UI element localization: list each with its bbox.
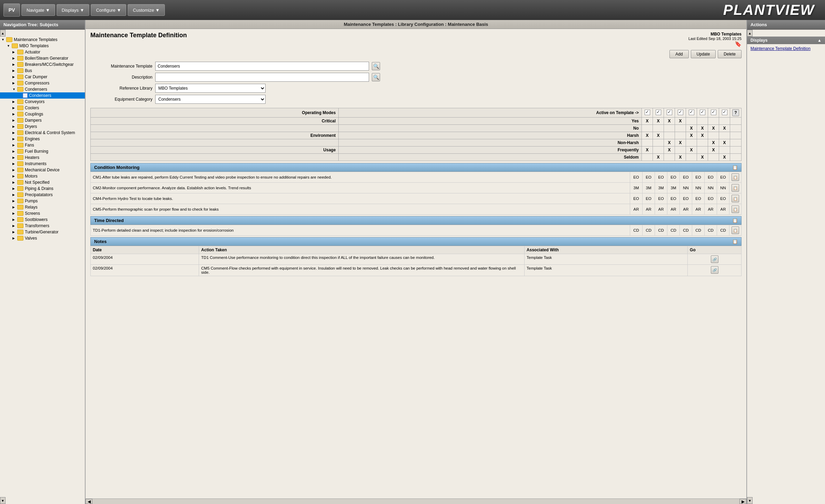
sidebar-item-1[interactable]: ▼MBO Templates [0, 43, 85, 49]
template-input[interactable] [155, 62, 369, 71]
sidebar-item-10[interactable]: ▶Conveyors [0, 99, 85, 105]
tree-expand-22[interactable]: ▶ [12, 174, 17, 178]
sidebar-item-15[interactable]: ▶Electrical & Control System [0, 130, 85, 136]
sidebar-item-16[interactable]: ▶Engines [0, 136, 85, 142]
cb-5[interactable] [686, 108, 697, 118]
scroll-right[interactable]: ▶ [739, 499, 746, 504]
sidebar-item-18[interactable]: ▶Fuel Burning [0, 148, 85, 154]
tree-expand-3[interactable]: ▶ [12, 57, 17, 60]
scroll-track[interactable] [92, 499, 739, 504]
customize-button[interactable]: Customize ▼ [128, 4, 165, 16]
eq-category-select[interactable]: Condensers [155, 95, 266, 104]
sidebar-item-12[interactable]: ▶Couplings [0, 111, 85, 117]
sidebar-scroll-up[interactable]: ▲ [0, 30, 6, 37]
sidebar-item-5[interactable]: ▶Bus [0, 68, 85, 74]
sidebar-item-31[interactable]: ▶Turbine/Generator [0, 229, 85, 235]
sidebar-item-25[interactable]: ▶Precipatatators [0, 192, 85, 198]
sidebar-item-29[interactable]: ▶Sootblowers [0, 216, 85, 223]
sidebar-item-27[interactable]: ▶Relays [0, 204, 85, 210]
tree-expand-27[interactable]: ▶ [12, 205, 17, 209]
tree-expand-15[interactable]: ▶ [12, 131, 17, 134]
tree-expand-13[interactable]: ▶ [12, 119, 17, 122]
tree-expand-23[interactable]: ▶ [12, 181, 17, 184]
tree-expand-2[interactable]: ▶ [12, 50, 17, 54]
add-button[interactable]: Add [669, 50, 688, 58]
logo-button[interactable]: PV [3, 3, 20, 17]
cm-add-icon[interactable]: 📋 [732, 165, 738, 170]
cm-edit-2[interactable]: 📋 [732, 195, 739, 202]
tree-expand-18[interactable]: ▶ [12, 150, 17, 153]
sidebar-item-13[interactable]: ▶Dampers [0, 117, 85, 123]
sidebar-scroll-down[interactable]: ▼ [0, 497, 6, 504]
tree-expand-12[interactable]: ▶ [12, 112, 17, 116]
sidebar-item-28[interactable]: ▶Screens [0, 210, 85, 216]
actions-scroll-down[interactable]: ▼ [747, 497, 753, 504]
tree-expand-16[interactable]: ▶ [12, 137, 17, 141]
cb-3[interactable] [664, 108, 675, 118]
tree-expand-24[interactable]: ▶ [12, 187, 17, 190]
tree-expand-19[interactable]: ▶ [12, 156, 17, 159]
tree-expand-30[interactable]: ▶ [12, 224, 17, 228]
tree-expand-8[interactable]: ▼ [12, 88, 17, 91]
tree-expand-31[interactable]: ▶ [12, 230, 17, 234]
sidebar-item-11[interactable]: ▶Coolers [0, 105, 85, 111]
sidebar-item-22[interactable]: ▶Motors [0, 173, 85, 179]
mbo-icon[interactable]: 🔖 [735, 41, 742, 47]
actions-item-mt-def[interactable]: Maintenance Template Definition [747, 44, 825, 53]
help-cb[interactable]: ? [730, 108, 742, 118]
cm-edit-3[interactable]: 📋 [732, 205, 739, 213]
scroll-left[interactable]: ◀ [86, 499, 92, 504]
tree-expand-7[interactable]: ▶ [12, 81, 17, 85]
sidebar-item-14[interactable]: ▶Dryers [0, 123, 85, 130]
tree-expand-14[interactable]: ▶ [12, 125, 17, 128]
cb-2[interactable] [653, 108, 664, 118]
tree-expand-5[interactable]: ▶ [12, 69, 17, 72]
delete-button[interactable]: Delete [718, 50, 742, 58]
update-button[interactable]: Update [691, 50, 716, 58]
sidebar-item-9[interactable]: Condensers [0, 92, 85, 99]
sidebar-item-7[interactable]: ▶Compressors [0, 80, 85, 86]
tree-expand-26[interactable]: ▶ [12, 199, 17, 203]
tree-expand-28[interactable]: ▶ [12, 212, 17, 215]
tree-expand-4[interactable]: ▶ [12, 63, 17, 66]
tree-expand-0[interactable]: ▼ [1, 38, 6, 41]
td-edit-0[interactable]: 📋 [732, 226, 739, 234]
sidebar-item-30[interactable]: ▶Transformers [0, 223, 85, 229]
description-input[interactable] [155, 73, 369, 82]
sidebar-item-0[interactable]: ▼Maintenance Templates [0, 37, 85, 43]
navigate-button[interactable]: Navigate ▼ [21, 4, 55, 16]
sidebar-item-23[interactable]: ▶Not Specified [0, 179, 85, 185]
cb-1[interactable] [642, 108, 653, 118]
ref-library-select[interactable]: MBO Templates [155, 84, 266, 93]
cb-8[interactable] [719, 108, 730, 118]
displays-button[interactable]: Displays ▼ [57, 4, 90, 16]
sidebar-item-20[interactable]: ▶Instruments [0, 161, 85, 167]
configure-button[interactable]: Configure ▼ [91, 4, 126, 16]
cb-6[interactable] [697, 108, 708, 118]
notes-add-icon[interactable]: 📋 [732, 239, 738, 244]
tree-expand-20[interactable]: ▶ [12, 162, 17, 165]
tree-expand-21[interactable]: ▶ [12, 168, 17, 172]
notes-go-1[interactable]: 🔗 [711, 266, 718, 274]
tree-expand-1[interactable]: ▼ [7, 44, 12, 48]
tree-expand-11[interactable]: ▶ [12, 106, 17, 110]
cb-7[interactable] [708, 108, 719, 118]
bottom-scrollbar[interactable]: ◀ ▶ [86, 498, 746, 504]
tree-expand-32[interactable]: ▶ [12, 236, 17, 240]
tree-expand-25[interactable]: ▶ [12, 193, 17, 196]
cm-edit-1[interactable]: 📋 [732, 184, 739, 192]
sidebar-item-8[interactable]: ▼Condensers [0, 86, 85, 92]
tree-expand-10[interactable]: ▶ [12, 100, 17, 103]
actions-scroll-up[interactable]: ▲ [747, 30, 753, 37]
cb-4[interactable] [675, 108, 686, 118]
template-icon-btn[interactable]: 🔍 [372, 62, 380, 70]
description-icon-btn[interactable]: 🔍 [372, 73, 380, 81]
sidebar-item-32[interactable]: ▶Valves [0, 235, 85, 241]
cm-edit-0[interactable]: 📋 [732, 173, 739, 181]
sidebar-item-24[interactable]: ▶Piping & Drains [0, 185, 85, 192]
td-add-icon[interactable]: 📋 [732, 218, 738, 223]
sidebar-item-3[interactable]: ▶Boiler/Steam Generator [0, 55, 85, 61]
notes-go-0[interactable]: 🔗 [711, 255, 718, 263]
tree-expand-6[interactable]: ▶ [12, 75, 17, 79]
sidebar-item-19[interactable]: ▶Heaters [0, 154, 85, 161]
